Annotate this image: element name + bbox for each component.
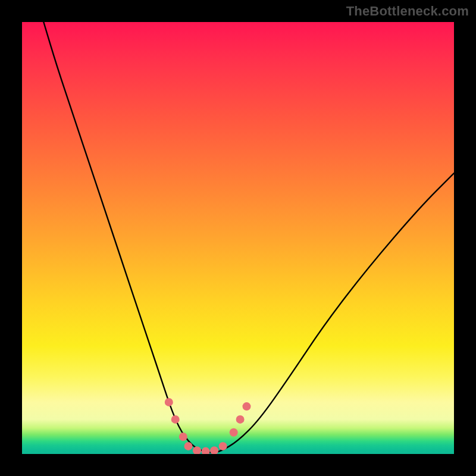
highlight-marker: [210, 446, 218, 454]
highlight-marker: [236, 415, 245, 424]
highlight-marker: [219, 442, 227, 450]
highlight-marker: [193, 446, 201, 454]
chart-svg: [22, 22, 454, 454]
highlight-marker: [243, 402, 251, 411]
highlight-marker: [184, 442, 193, 450]
highlight-marker: [230, 428, 238, 437]
highlight-marker: [171, 415, 180, 424]
curve-path: [43, 22, 454, 452]
plot-area: [22, 22, 454, 454]
highlight-marker: [179, 433, 187, 441]
watermark-label: TheBottleneck.com: [346, 4, 469, 19]
highlight-marker: [202, 447, 210, 454]
highlight-marker: [165, 398, 173, 406]
marker-group: [165, 398, 251, 454]
chart-frame: TheBottleneck.com: [0, 0, 476, 476]
